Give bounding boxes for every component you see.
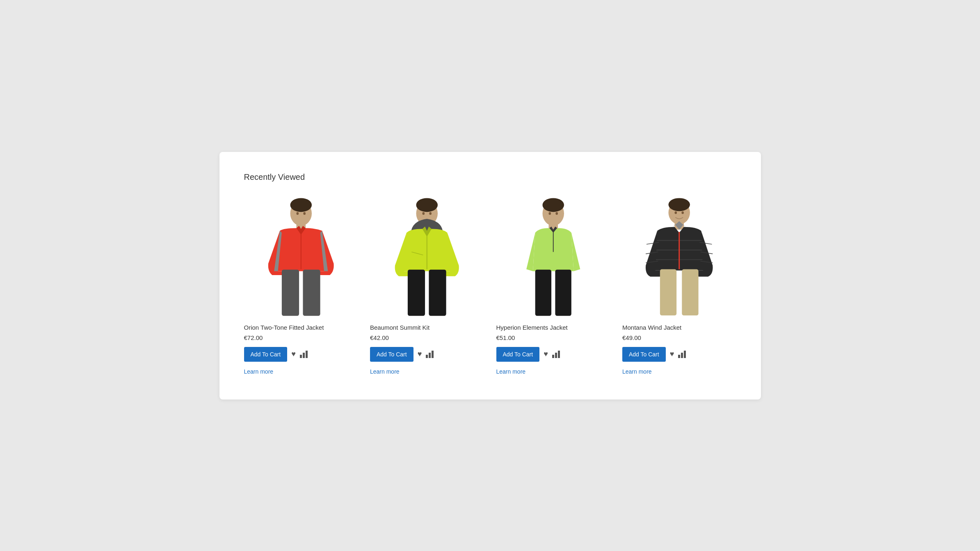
svg-point-18 xyxy=(542,198,564,212)
wishlist-icon[interactable]: ♥ xyxy=(544,350,548,358)
product-name: Hyperion Elements Jacket xyxy=(496,324,610,331)
svg-rect-6 xyxy=(281,269,299,316)
product-name: Beaumont Summit Kit xyxy=(370,324,484,331)
product-section: Recently Viewed xyxy=(219,152,761,399)
svg-point-21 xyxy=(555,212,558,215)
svg-rect-7 xyxy=(303,269,320,316)
add-to-cart-button[interactable]: Add To Cart xyxy=(622,347,666,362)
svg-rect-13 xyxy=(408,269,425,316)
svg-rect-22 xyxy=(535,269,551,316)
svg-rect-40 xyxy=(660,269,676,315)
product-name: Montana Wind Jacket xyxy=(622,324,736,331)
add-to-cart-button[interactable]: Add To Cart xyxy=(496,347,540,362)
product-item: Hyperion Elements Jacket €51.00 Add To C… xyxy=(496,194,610,375)
svg-rect-41 xyxy=(682,269,698,315)
product-item: Beaumont Summit Kit €42.00 Add To Cart ♥… xyxy=(370,194,484,375)
product-actions: Add To Cart ♥ xyxy=(244,347,358,362)
product-item: Montana Wind Jacket €49.00 Add To Cart ♥… xyxy=(622,194,736,375)
product-item: Orion Two-Tone Fitted Jacket €72.00 Add … xyxy=(244,194,358,375)
product-name: Orion Two-Tone Fitted Jacket xyxy=(244,324,358,331)
svg-point-12 xyxy=(429,212,432,215)
svg-rect-23 xyxy=(555,269,571,316)
products-grid: Orion Two-Tone Fitted Jacket €72.00 Add … xyxy=(244,194,736,375)
svg-point-9 xyxy=(416,198,438,212)
svg-rect-14 xyxy=(429,269,446,316)
compare-icon[interactable] xyxy=(552,351,560,358)
learn-more-link[interactable]: Learn more xyxy=(622,368,736,375)
svg-point-26 xyxy=(669,198,690,211)
compare-icon[interactable] xyxy=(678,351,686,358)
product-actions: Add To Cart ♥ xyxy=(496,347,610,362)
wishlist-icon[interactable]: ♥ xyxy=(670,350,674,358)
compare-icon[interactable] xyxy=(300,351,308,358)
product-price: €51.00 xyxy=(496,334,610,341)
section-title: Recently Viewed xyxy=(244,172,736,182)
svg-point-4 xyxy=(303,212,306,215)
add-to-cart-button[interactable]: Add To Cart xyxy=(370,347,413,362)
wishlist-icon[interactable]: ♥ xyxy=(291,350,296,358)
product-image-1 xyxy=(244,194,358,317)
product-price: €42.00 xyxy=(370,334,484,341)
svg-point-2 xyxy=(290,198,312,212)
product-price: €49.00 xyxy=(622,334,736,341)
add-to-cart-button[interactable]: Add To Cart xyxy=(244,347,288,362)
wishlist-icon[interactable]: ♥ xyxy=(418,350,422,358)
learn-more-link[interactable]: Learn more xyxy=(496,368,610,375)
product-image-3 xyxy=(496,194,610,317)
svg-point-28 xyxy=(675,211,677,214)
compare-icon[interactable] xyxy=(426,351,434,358)
svg-point-11 xyxy=(423,212,425,215)
svg-point-29 xyxy=(681,211,684,214)
svg-point-3 xyxy=(296,212,299,215)
learn-more-link[interactable]: Learn more xyxy=(244,368,358,375)
svg-point-20 xyxy=(548,212,551,215)
product-price: €72.00 xyxy=(244,334,358,341)
learn-more-link[interactable]: Learn more xyxy=(370,368,484,375)
product-actions: Add To Cart ♥ xyxy=(622,347,736,362)
product-image-4 xyxy=(622,194,736,317)
product-actions: Add To Cart ♥ xyxy=(370,347,484,362)
product-image-2 xyxy=(370,194,484,317)
